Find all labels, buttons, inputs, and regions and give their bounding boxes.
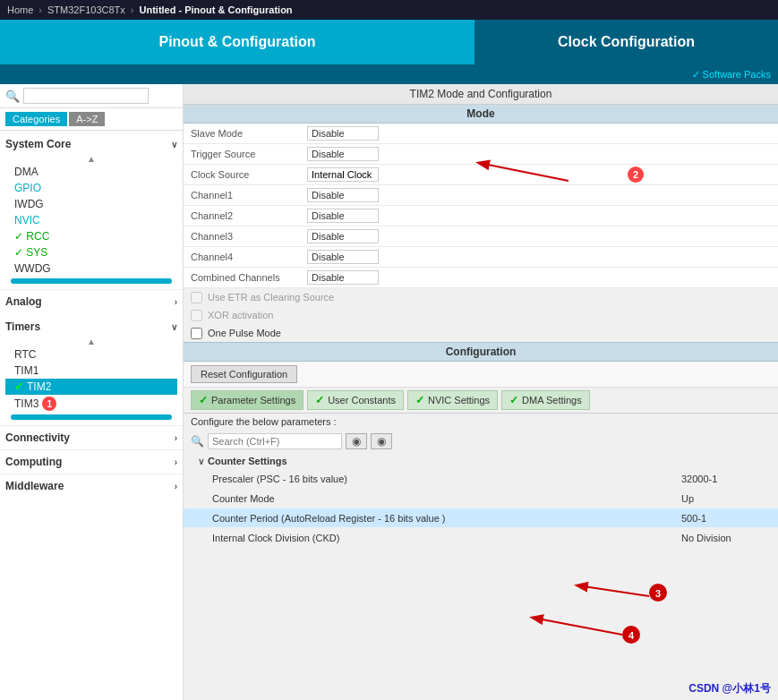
- counter-period-row: Counter Period (AutoReload Register - 16…: [184, 508, 778, 528]
- tim2-label: TIM2: [27, 380, 51, 393]
- svg-point-6: [622, 626, 640, 644]
- main-layout: 🔍 Categories A->Z System Core ∨ ▲ DMA GP…: [0, 84, 778, 700]
- reset-config-button[interactable]: Reset Configuration: [191, 365, 297, 383]
- annotation-badge-2: 2: [628, 166, 644, 183]
- analog-label: Analog: [5, 295, 42, 308]
- etr-label: Use ETR as Clearing Source: [208, 292, 334, 303]
- combined-channels-label: Combined Channels: [191, 272, 307, 283]
- sidebar-item-tim2[interactable]: ✓ TIM2: [5, 379, 177, 395]
- channel4-value[interactable]: Disable: [307, 250, 379, 264]
- timers-arrow: ∨: [171, 322, 177, 332]
- channel3-value[interactable]: Disable: [307, 229, 379, 243]
- sidebar-item-tim3[interactable]: TIM3 1: [5, 395, 177, 413]
- timers-scroll-up[interactable]: ▲: [5, 337, 177, 346]
- counter-settings-header: ∨ Counter Settings: [184, 453, 778, 469]
- dma-tab-check: ✓: [509, 394, 518, 406]
- computing-label: Computing: [5, 456, 62, 468]
- breadcrumb-current: Untitled - Pinout & Configuration: [140, 4, 293, 15]
- sidebar-item-rtc[interactable]: RTC: [5, 346, 177, 363]
- search-icon: 🔍: [5, 90, 20, 103]
- channel4-label: Channel4: [191, 252, 307, 262]
- slave-mode-value[interactable]: Disable: [307, 126, 379, 141]
- sidebar-item-nvic[interactable]: NVIC: [5, 212, 177, 228]
- clock-division-name: Internal Clock Division (CKD): [212, 533, 681, 543]
- breadcrumb-home[interactable]: Home: [7, 4, 33, 15]
- mode-section-header: Mode: [184, 105, 778, 124]
- category-buttons: Categories A->Z: [0, 108, 183, 131]
- search-bar: 🔍: [0, 84, 183, 108]
- counter-period-value[interactable]: 500-1: [681, 513, 771, 524]
- prescaler-value[interactable]: 32000-1: [681, 474, 771, 484]
- channel2-value[interactable]: Disable: [307, 209, 379, 223]
- timers-header[interactable]: Timers ∨: [5, 317, 177, 337]
- connectivity-category[interactable]: Connectivity ›: [0, 425, 183, 449]
- scroll-up-arrow[interactable]: ▲: [5, 154, 177, 164]
- az-button[interactable]: A->Z: [69, 112, 105, 126]
- middleware-category[interactable]: Middleware ›: [0, 474, 183, 498]
- clock-source-value[interactable]: Internal Clock: [307, 167, 379, 182]
- connectivity-label: Connectivity: [5, 431, 70, 444]
- counter-mode-name: Counter Mode: [212, 493, 681, 504]
- system-core-arrow: ∨: [171, 140, 177, 149]
- param-search-input[interactable]: [208, 433, 342, 449]
- content-area: TIM2 Mode and Configuration Mode Slave M…: [184, 84, 778, 700]
- param-next-button[interactable]: ◉: [371, 433, 392, 449]
- tab-dma-settings[interactable]: ✓ DMA Settings: [501, 390, 590, 410]
- system-core-header[interactable]: System Core ∨: [5, 134, 177, 154]
- param-tab-label: Parameter Settings: [211, 395, 295, 405]
- configure-label: Configure the below parameters :: [184, 414, 778, 431]
- system-core-scrollbar: [11, 278, 172, 284]
- watermark: CSDN @小林1号: [688, 681, 771, 696]
- computing-category[interactable]: Computing ›: [0, 449, 183, 474]
- sidebar-search-input[interactable]: [23, 88, 149, 104]
- sidebar-item-rcc[interactable]: ✓ RCC: [5, 228, 177, 244]
- dma-tab-label: DMA Settings: [522, 395, 582, 405]
- channel3-label: Channel3: [191, 231, 307, 242]
- channel1-row: Channel1 Disable: [184, 185, 778, 206]
- breadcrumb-chip[interactable]: STM32F103C8Tx: [47, 4, 125, 15]
- counter-mode-row: Counter Mode Up: [184, 489, 778, 508]
- sidebar-item-tim1[interactable]: TIM1: [5, 363, 177, 379]
- analog-category[interactable]: Analog ›: [0, 289, 183, 313]
- tab-nvic-settings[interactable]: ✓ NVIC Settings: [407, 390, 498, 410]
- mode-table: Slave Mode Disable Trigger Source Disabl…: [184, 124, 778, 288]
- sidebar-item-dma[interactable]: DMA: [5, 164, 177, 180]
- slave-mode-label: Slave Mode: [191, 128, 307, 139]
- param-search-row: 🔍 ◉ ◉: [184, 431, 778, 453]
- tab-user-constants[interactable]: ✓ User Constants: [307, 390, 404, 410]
- prescaler-name: Prescaler (PSC - 16 bits value): [212, 474, 681, 484]
- param-prev-button[interactable]: ◉: [346, 433, 367, 449]
- channel1-value[interactable]: Disable: [307, 188, 379, 202]
- categories-button[interactable]: Categories: [5, 112, 67, 126]
- param-tab-check: ✓: [199, 394, 208, 406]
- xor-checkbox[interactable]: [191, 310, 202, 321]
- etr-checkbox[interactable]: [191, 292, 202, 303]
- clock-division-value[interactable]: No Division: [681, 533, 771, 543]
- one-pulse-checkbox[interactable]: [191, 328, 202, 339]
- timers-section: Timers ∨ ▲ RTC TIM1 ✓ TIM2 TIM3 1: [0, 313, 183, 425]
- nvic-tab-label: NVIC Settings: [428, 395, 490, 405]
- parameter-tabs: ✓ Parameter Settings ✓ User Constants ✓ …: [184, 388, 778, 414]
- sidebar-item-iwdg[interactable]: IWDG: [5, 196, 177, 212]
- middleware-label: Middleware: [5, 480, 64, 492]
- etr-checkbox-row: Use ETR as Clearing Source: [184, 288, 778, 306]
- sidebar-item-wwdg[interactable]: WWDG: [5, 260, 177, 277]
- sidebar-item-sys[interactable]: ✓ SYS: [5, 244, 177, 260]
- tab-pinout[interactable]: Pinout & Configuration: [0, 20, 474, 64]
- trigger-source-value[interactable]: Disable: [307, 147, 379, 161]
- system-core-section: System Core ∨ ▲ DMA GPIO IWDG NVIC ✓ RCC…: [0, 131, 183, 289]
- combined-channels-value[interactable]: Disable: [307, 270, 379, 285]
- software-packs-label[interactable]: ✓ Software Packs: [692, 69, 771, 81]
- combined-channels-row: Combined Channels Disable: [184, 268, 778, 288]
- tab-clock[interactable]: Clock Configuration: [474, 20, 778, 64]
- middleware-arrow: ›: [175, 482, 177, 491]
- trigger-source-label: Trigger Source: [191, 149, 307, 159]
- xor-checkbox-row: XOR activation: [184, 306, 778, 324]
- counter-settings-label: Counter Settings: [208, 456, 287, 466]
- sidebar-item-gpio[interactable]: GPIO: [5, 180, 177, 196]
- tab-parameter-settings[interactable]: ✓ Parameter Settings: [191, 390, 304, 410]
- counter-mode-value[interactable]: Up: [681, 493, 771, 504]
- clock-division-row: Internal Clock Division (CKD) No Divisio…: [184, 528, 778, 548]
- content-wrapper: TIM2 Mode and Configuration Mode Slave M…: [184, 84, 778, 700]
- slave-mode-row: Slave Mode Disable: [184, 124, 778, 144]
